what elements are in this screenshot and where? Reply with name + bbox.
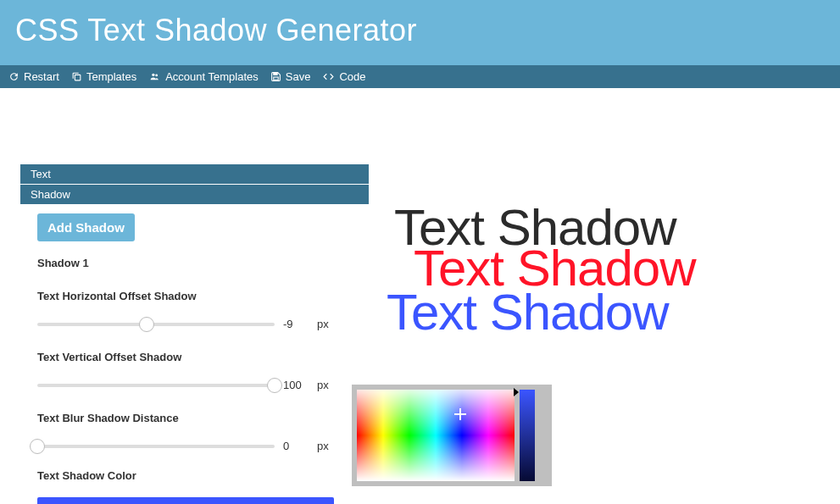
page-title: CSS Text Shadow Generator — [15, 13, 825, 48]
color-picker-lightness[interactable] — [520, 390, 535, 481]
v-offset-unit: px — [317, 379, 329, 391]
blur-row: 0 px — [37, 440, 352, 452]
h-offset-slider[interactable] — [37, 323, 275, 326]
toolbar: Restart Templates Account Templates Save… — [0, 65, 840, 88]
app-header: CSS Text Shadow Generator — [0, 0, 840, 65]
templates-button[interactable]: Templates — [71, 70, 136, 83]
svg-rect-0 — [75, 75, 81, 80]
restart-button[interactable]: Restart — [8, 70, 59, 83]
v-offset-label: Text Vertical Offset Shadow — [37, 351, 352, 363]
v-offset-row: 100 px — [37, 379, 352, 391]
blur-slider[interactable] — [37, 445, 275, 448]
account-templates-label: Account Templates — [165, 70, 259, 83]
color-input[interactable] — [37, 497, 334, 504]
v-offset-slider[interactable] — [37, 384, 275, 387]
main-content: Text Shadow Add Shadow Shadow 1 Text Hor… — [0, 88, 840, 504]
color-picker-canvas[interactable] — [357, 390, 515, 481]
h-offset-row: -9 px — [37, 318, 352, 330]
tab-text[interactable]: Text — [20, 164, 369, 184]
crosshair-icon — [454, 408, 466, 420]
tab-shadow[interactable]: Shadow — [20, 185, 369, 204]
slider-thumb[interactable] — [267, 378, 282, 393]
h-offset-value: -9 — [283, 318, 309, 330]
controls-panel: Text Shadow Add Shadow Shadow 1 Text Hor… — [20, 164, 369, 504]
svg-point-2 — [155, 75, 158, 77]
svg-rect-3 — [274, 73, 277, 75]
preview-area: Text Shadow — [369, 164, 840, 504]
arrow-icon — [514, 388, 519, 396]
account-templates-button[interactable]: Account Templates — [148, 70, 259, 83]
color-label: Text Shadow Color — [37, 469, 352, 482]
h-offset-unit: px — [317, 318, 329, 330]
save-icon — [270, 71, 281, 82]
color-picker[interactable] — [352, 385, 552, 486]
code-button[interactable]: Code — [322, 70, 365, 83]
save-label: Save — [286, 70, 311, 83]
code-icon — [322, 71, 335, 82]
refresh-icon — [8, 71, 19, 82]
restart-label: Restart — [24, 70, 59, 83]
code-label: Code — [339, 70, 365, 83]
blur-label: Text Blur Shadow Distance — [37, 412, 352, 424]
blur-unit: px — [317, 440, 329, 452]
users-icon — [148, 71, 161, 82]
add-shadow-button[interactable]: Add Shadow — [37, 213, 135, 241]
shadow-title: Shadow 1 — [37, 257, 352, 269]
slider-thumb[interactable] — [139, 317, 154, 332]
v-offset-value: 100 — [283, 379, 309, 391]
shadow-panel: Add Shadow Shadow 1 Text Horizontal Offs… — [20, 205, 369, 504]
templates-label: Templates — [86, 70, 136, 83]
save-button[interactable]: Save — [270, 70, 311, 83]
blur-value: 0 — [283, 440, 309, 452]
slider-thumb[interactable] — [30, 439, 45, 454]
h-offset-label: Text Horizontal Offset Shadow — [37, 290, 352, 302]
svg-rect-4 — [274, 77, 278, 80]
copy-icon — [71, 71, 82, 82]
preview-text: Text Shadow — [394, 198, 840, 257]
svg-point-1 — [152, 74, 154, 76]
